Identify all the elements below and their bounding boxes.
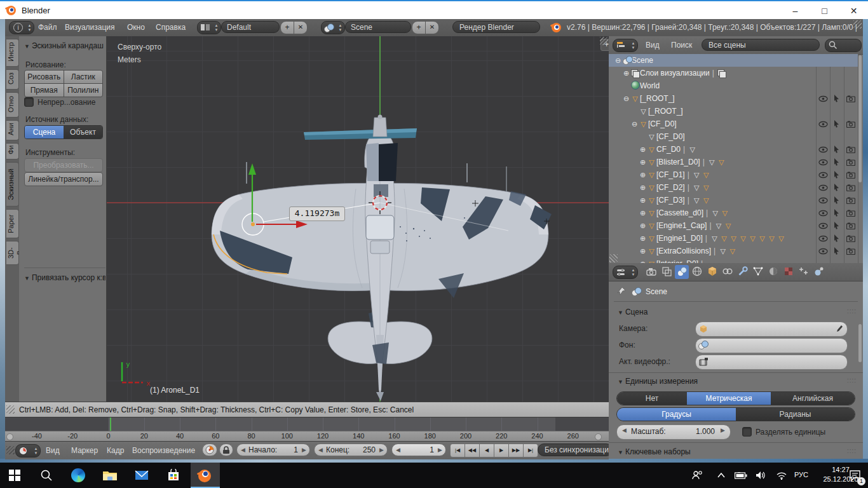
erase-button[interactable]: Ластик bbox=[64, 71, 103, 83]
visibility-eye-icon[interactable] bbox=[818, 157, 830, 167]
visibility-eye-icon[interactable] bbox=[818, 233, 830, 243]
maximize-button[interactable]: □ bbox=[810, 3, 839, 20]
selectability-cursor-icon[interactable] bbox=[833, 93, 844, 104]
renderability-camera-icon[interactable] bbox=[846, 246, 858, 256]
toolshelf-tab-0[interactable]: Инстр bbox=[6, 39, 19, 67]
renderability-camera-icon[interactable] bbox=[846, 144, 858, 154]
timeline-menu-view[interactable]: Вид bbox=[46, 446, 60, 455]
outliner-row[interactable]: ⊖▽[_ROOT_] bbox=[609, 92, 858, 105]
renderability-camera-icon[interactable] bbox=[846, 170, 858, 180]
visibility-eye-icon[interactable] bbox=[818, 182, 830, 193]
expand-icon[interactable]: ⊕ bbox=[622, 67, 630, 79]
outliner-scope-select[interactable]: Все сцены bbox=[702, 39, 820, 51]
background-scene-field[interactable] bbox=[695, 338, 848, 353]
area-resize-grip[interactable] bbox=[853, 20, 862, 29]
auto-keyframe-button[interactable] bbox=[202, 444, 217, 456]
expand-icon[interactable]: ⊕ bbox=[639, 181, 647, 194]
poly-button[interactable]: Полилин bbox=[64, 84, 103, 97]
scene-icon-button[interactable]: ▲▼ bbox=[321, 21, 345, 34]
collapse-icon[interactable]: ⊖ bbox=[614, 54, 622, 67]
expand-icon[interactable]: ⊕ bbox=[639, 219, 647, 232]
renderability-camera-icon[interactable] bbox=[846, 157, 858, 167]
properties-editor-selector[interactable]: ▲▼ bbox=[613, 266, 638, 279]
current-frame-marker[interactable] bbox=[110, 417, 111, 431]
tab-object-icon[interactable] bbox=[705, 265, 719, 279]
tray-notifications-button[interactable]: 1 bbox=[843, 463, 868, 488]
ruler-measure-overlay[interactable]: y x bbox=[107, 36, 609, 402]
units-none-option[interactable]: Нет bbox=[617, 392, 687, 405]
active-clip-field[interactable] bbox=[695, 355, 848, 370]
visibility-eye-icon[interactable] bbox=[818, 170, 830, 180]
taskbar-edge-icon[interactable] bbox=[64, 463, 93, 488]
area-resize-grip[interactable] bbox=[6, 446, 15, 454]
jump-to-start-button[interactable]: |◀ bbox=[450, 444, 465, 458]
tab-world-icon[interactable] bbox=[690, 265, 704, 279]
units-imperial-option[interactable]: Английская bbox=[771, 392, 855, 405]
renderability-camera-icon[interactable] bbox=[846, 195, 858, 205]
selectability-cursor-icon[interactable] bbox=[833, 157, 844, 167]
visibility-eye-icon[interactable] bbox=[818, 208, 830, 218]
next-keyframe-button[interactable]: ▶▶ bbox=[509, 444, 524, 458]
close-button[interactable]: ✕ bbox=[839, 3, 868, 20]
expand-icon[interactable]: ⊕ bbox=[639, 194, 647, 207]
outliner-search-field[interactable] bbox=[825, 39, 862, 52]
tray-battery-icon[interactable] bbox=[731, 463, 751, 488]
selectability-cursor-icon[interactable] bbox=[833, 182, 844, 193]
tray-language[interactable]: РУС bbox=[794, 471, 808, 478]
play-button[interactable]: ▶ bbox=[494, 444, 509, 458]
scene-delete-button[interactable]: ✕ bbox=[425, 21, 439, 34]
screen-layout-icon-button[interactable]: ▲▼ bbox=[197, 21, 221, 34]
toolshelf-tab-5[interactable]: Эскизный bbox=[6, 162, 19, 207]
degrees-option[interactable]: Градусы bbox=[617, 408, 736, 421]
toolshelf-tab-3[interactable]: Ани bbox=[6, 120, 19, 140]
toolshelf-tab-4[interactable]: Фи bbox=[6, 143, 19, 159]
view-scrollbar-handle-left[interactable] bbox=[6, 433, 13, 440]
units-metric-option[interactable]: Метрическая bbox=[687, 392, 771, 405]
outliner-row[interactable]: ⊕▽[Cassette_d0]|▽▽ bbox=[609, 207, 858, 219]
taskbar-store-icon[interactable] bbox=[159, 463, 188, 488]
visibility-eye-icon[interactable] bbox=[818, 220, 830, 231]
visibility-eye-icon[interactable] bbox=[818, 119, 830, 129]
editor-type-selector[interactable]: i ▲▼ bbox=[9, 21, 34, 34]
stepper-left-arrow-icon[interactable]: ◀ bbox=[622, 427, 627, 433]
tray-chevron-up-icon[interactable] bbox=[712, 463, 731, 488]
collapse-icon[interactable]: ⊖ bbox=[630, 118, 639, 130]
viewport-3d[interactable]: y x Сверху-орто Meters 4.119273m (1) Aro… bbox=[107, 36, 609, 402]
screen-layout-field[interactable]: Default bbox=[221, 21, 280, 33]
taskbar-explorer-icon[interactable] bbox=[95, 463, 125, 488]
area-resize-grip[interactable] bbox=[6, 405, 15, 414]
area-resize-grip[interactable] bbox=[600, 37, 608, 45]
renderability-camera-icon[interactable] bbox=[846, 93, 858, 104]
toolshelf-tab-7[interactable]: 3D-п bbox=[6, 241, 19, 265]
source-object-option[interactable]: Объект bbox=[64, 126, 102, 139]
taskbar-search-button[interactable] bbox=[32, 463, 61, 488]
expand-icon[interactable]: ⊕ bbox=[639, 245, 647, 257]
expand-icon[interactable]: ⊕ bbox=[639, 156, 647, 168]
eyedropper-icon[interactable] bbox=[833, 324, 843, 334]
tab-physics-icon[interactable] bbox=[812, 265, 826, 279]
keying-sets-panel-header[interactable]: ▼Ключевые наборы bbox=[618, 447, 691, 456]
expand-icon[interactable]: ⊕ bbox=[639, 207, 647, 219]
timeline-menu-frame[interactable]: Кадр bbox=[107, 446, 124, 455]
camera-field[interactable] bbox=[695, 322, 848, 337]
outliner-row[interactable]: ⊕Слои визуализации| bbox=[609, 67, 858, 79]
outliner-row[interactable]: ⊕▽[Engine1_D0]|▽▽▽▽▽▽▽▽ bbox=[609, 232, 858, 245]
selectability-cursor-icon[interactable] bbox=[833, 208, 844, 218]
selectability-cursor-icon[interactable] bbox=[833, 119, 844, 129]
selectability-cursor-icon[interactable] bbox=[833, 144, 844, 154]
draw-button[interactable]: Рисовать bbox=[25, 71, 64, 83]
outliner-row[interactable]: ⊕▽[CF_D3]|▽▽ bbox=[609, 194, 858, 207]
separate-units-checkbox[interactable] bbox=[742, 427, 752, 437]
outliner-row[interactable]: ⊖▽[CF_D0] bbox=[609, 118, 858, 130]
selectability-cursor-icon[interactable] bbox=[833, 195, 844, 205]
continuous-drawing-checkbox[interactable] bbox=[24, 97, 34, 107]
area-resize-grip[interactable] bbox=[609, 254, 618, 262]
visibility-eye-icon[interactable] bbox=[818, 195, 830, 205]
menu-render[interactable]: Визуализация bbox=[65, 23, 115, 32]
minimize-button[interactable]: – bbox=[781, 3, 810, 20]
snap-cursor-panel-header[interactable]: ▼Привязать курсор к:в bbox=[24, 268, 105, 282]
lock-button[interactable] bbox=[219, 444, 233, 456]
line-button[interactable]: Прямая bbox=[25, 84, 64, 97]
expand-icon[interactable]: ⊕ bbox=[639, 168, 647, 181]
timeline-editor-selector[interactable]: ▲▼ bbox=[15, 444, 41, 458]
